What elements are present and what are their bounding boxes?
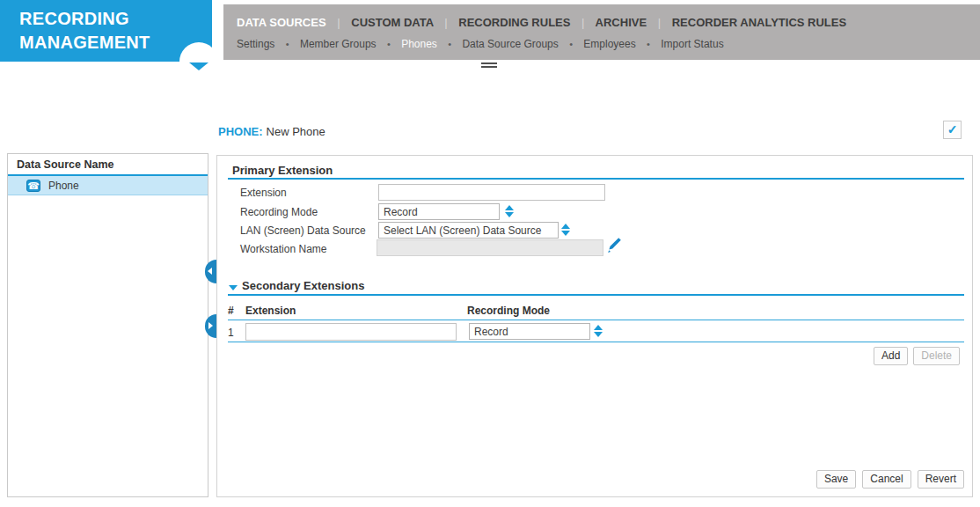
spin-down-icon: [594, 332, 603, 337]
tab-separator: |: [581, 16, 584, 29]
tab-separator: |: [658, 16, 661, 29]
column-header-recording-mode: Recording Mode: [467, 305, 550, 317]
sidebar-item-phone[interactable]: ☎ Phone: [8, 176, 208, 195]
workstation-name-input: [377, 239, 603, 256]
lan-data-source-select[interactable]: Select LAN (Screen) Data Source: [378, 222, 559, 239]
subtab-data-source-groups[interactable]: Data Source Groups: [462, 38, 558, 50]
spin-down-icon: [561, 231, 570, 236]
data-source-sidebar: Data Source Name ☎ Phone: [7, 153, 208, 497]
subtab-separator: •: [387, 39, 391, 49]
add-button[interactable]: Add: [874, 347, 908, 365]
subtab-separator: •: [647, 39, 650, 49]
tab-archive[interactable]: ARCHIVE: [596, 16, 647, 29]
extension-input[interactable]: [378, 184, 605, 201]
grip-bar: [481, 62, 497, 64]
table-header-rule: [228, 320, 964, 320]
header-dropdown-caret-icon[interactable]: [189, 62, 208, 70]
navbar-collapse-grip[interactable]: [481, 62, 497, 70]
secondary-recording-mode-spinner-icon[interactable]: [594, 325, 604, 337]
spin-up-icon: [594, 325, 603, 330]
recording-mode-select[interactable]: Record: [378, 203, 500, 220]
subtab-employees[interactable]: Employees: [583, 38, 635, 50]
nav-subtabs: Settings • Member Groups • Phones • Data…: [237, 38, 724, 50]
column-header-extension: Extension: [245, 305, 296, 317]
check-icon: ✓: [947, 122, 958, 136]
phone-icon: ☎: [26, 180, 40, 192]
table-actions: Add Delete: [874, 347, 960, 365]
tab-separator: |: [444, 16, 447, 29]
spin-down-icon: [505, 212, 514, 217]
secondary-recording-mode-select[interactable]: Record: [469, 323, 590, 340]
extension-label: Extension: [240, 187, 287, 199]
subtab-settings[interactable]: Settings: [237, 38, 274, 50]
lan-data-source-spinner-icon[interactable]: [561, 224, 572, 236]
grip-bar: [481, 66, 497, 68]
delete-button: Delete: [913, 347, 960, 365]
phone-form-panel: Primary Extension Extension Recording Mo…: [216, 155, 973, 497]
section-rule: [228, 178, 964, 180]
app-title: RECORDING MANAGEMENT: [19, 7, 150, 55]
page-title: PHONE:New Phone: [218, 125, 325, 138]
subtab-phones[interactable]: Phones: [401, 38, 437, 50]
row-number: 1: [228, 327, 234, 339]
subtab-import-status[interactable]: Import Status: [661, 38, 723, 50]
recording-management-app: RECORDING MANAGEMENT DATA SOURCES | CUST…: [0, 0, 980, 507]
tab-data-sources[interactable]: DATA SOURCES: [237, 16, 326, 29]
nav-tabs: DATA SOURCES | CUSTOM DATA | RECORDING R…: [237, 16, 846, 29]
recording-mode-label: Recording Mode: [240, 206, 318, 218]
spin-up-icon: [505, 205, 514, 210]
top-navbar: DATA SOURCES | CUSTOM DATA | RECORDING R…: [223, 4, 980, 60]
secondary-extension-input[interactable]: [245, 323, 457, 341]
collapse-section-caret-icon[interactable]: [229, 285, 238, 290]
sidebar-header: Data Source Name: [8, 154, 208, 174]
column-header-num: #: [228, 305, 234, 317]
tab-recorder-analytics-rules[interactable]: RECORDER ANALYTICS RULES: [672, 16, 846, 29]
page-title-prefix: PHONE:: [218, 125, 263, 138]
cancel-button[interactable]: Cancel: [862, 470, 911, 489]
app-title-line2: MANAGEMENT: [19, 31, 150, 55]
subtab-separator: •: [448, 39, 451, 49]
revert-button[interactable]: Revert: [918, 470, 964, 489]
sidebar-item-label: Phone: [48, 180, 79, 192]
app-header: RECORDING MANAGEMENT: [0, 0, 212, 62]
tab-custom-data[interactable]: CUSTOM DATA: [351, 16, 433, 29]
tab-separator: |: [337, 16, 340, 29]
secondary-extensions-title: Secondary Extensions: [242, 279, 364, 292]
subtab-separator: •: [286, 39, 289, 49]
footer-actions: Save Cancel Revert: [816, 470, 964, 489]
arrow-right-icon: [208, 322, 213, 329]
tab-recording-rules[interactable]: RECORDING RULES: [458, 16, 570, 29]
recording-mode-spinner-icon[interactable]: [505, 205, 516, 217]
spin-up-icon: [561, 224, 570, 229]
save-button[interactable]: Save: [816, 470, 856, 489]
app-title-line1: RECORDING: [19, 7, 150, 31]
workstation-name-label: Workstation Name: [240, 243, 326, 255]
subtab-separator: •: [569, 39, 573, 49]
section-rule: [228, 294, 964, 296]
page-title-value: New Phone: [267, 125, 325, 138]
lan-data-source-label: LAN (Screen) Data Source: [240, 224, 366, 237]
header-notch: [179, 42, 212, 62]
table-row-rule: [228, 342, 964, 342]
subtab-member-groups[interactable]: Member Groups: [300, 38, 377, 50]
confirm-button[interactable]: ✓: [943, 121, 962, 139]
primary-extension-title: Primary Extension: [232, 164, 333, 177]
edit-pencil-icon[interactable]: [607, 237, 622, 254]
arrow-left-icon: [208, 268, 212, 275]
